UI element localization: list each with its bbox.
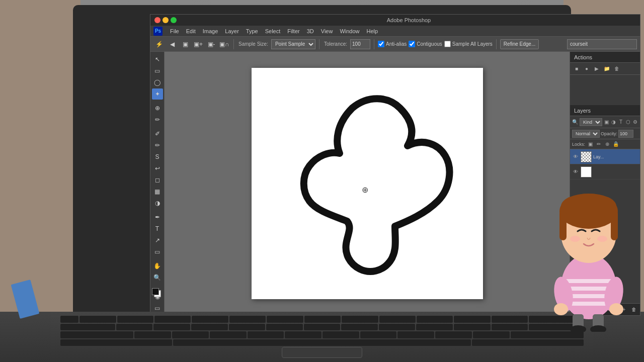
pixel-filter-icon[interactable]: ▣ bbox=[604, 118, 609, 127]
key bbox=[397, 331, 434, 338]
menu-file[interactable]: File bbox=[167, 27, 183, 35]
play-icon[interactable]: ▶ bbox=[592, 64, 601, 73]
title-bar: Adobe Photoshop bbox=[150, 15, 640, 26]
type-filter-icon[interactable]: T bbox=[618, 118, 623, 127]
menu-layer[interactable]: Layer bbox=[221, 27, 243, 35]
layer-item[interactable]: 👁 bbox=[570, 164, 640, 179]
close-button[interactable] bbox=[154, 17, 160, 23]
history-brush-tool[interactable]: ↩ bbox=[152, 163, 163, 174]
key bbox=[172, 331, 209, 338]
trackpad[interactable] bbox=[282, 347, 362, 358]
kind-select[interactable]: Kind bbox=[580, 118, 602, 126]
actions-panel-header: Actions bbox=[570, 52, 640, 63]
tolerance-input[interactable] bbox=[350, 39, 370, 49]
menu-image[interactable]: Image bbox=[199, 27, 222, 35]
intersect-selection-icon[interactable]: ▣∩ bbox=[219, 39, 230, 50]
new-action-icon[interactable]: 📁 bbox=[602, 64, 611, 73]
tools-panel: ↖ ▭ ◯ ✦ ⊕ ✏ ✐ ✏ S ↩ ◻ ▦ ◑ ✒ T ↗ ▭ bbox=[150, 52, 165, 315]
lock-move-icon[interactable]: ⊕ bbox=[604, 141, 611, 148]
maximize-button[interactable] bbox=[171, 17, 177, 23]
key bbox=[416, 324, 453, 331]
adjustment-filter-icon[interactable]: ◑ bbox=[611, 118, 616, 127]
key bbox=[529, 316, 584, 323]
marquee-tool[interactable]: ▭ bbox=[152, 65, 163, 76]
menu-type[interactable]: Type bbox=[243, 27, 262, 35]
contiguous-checkbox[interactable] bbox=[409, 41, 415, 47]
delete-action-icon[interactable]: 🗑 bbox=[612, 64, 621, 73]
separator-4 bbox=[496, 39, 497, 49]
delete-layer-icon[interactable]: 🗑 bbox=[629, 305, 638, 314]
add-selection-icon[interactable]: ▣+ bbox=[193, 39, 204, 50]
lock-pixels-icon[interactable]: ▣ bbox=[587, 141, 594, 148]
key bbox=[417, 316, 453, 323]
opacity-input[interactable] bbox=[618, 130, 633, 138]
hand-tool[interactable]: ✋ bbox=[152, 260, 163, 272]
svg-text:⊕: ⊕ bbox=[361, 186, 368, 194]
new-group-icon[interactable]: 📁 bbox=[610, 305, 619, 314]
tolerance-label: Tolerance: bbox=[324, 41, 347, 47]
stop-icon[interactable]: ■ bbox=[572, 64, 581, 73]
refine-edge-button[interactable]: Refine Edge... bbox=[500, 39, 539, 49]
foreground-color-swatch[interactable] bbox=[152, 288, 159, 295]
type-tool[interactable]: T bbox=[152, 223, 163, 234]
brush-tool[interactable]: ✏ bbox=[152, 140, 163, 151]
eyedropper-tool[interactable]: ✏ bbox=[152, 114, 163, 125]
crop-tool[interactable]: ⊕ bbox=[152, 103, 163, 114]
magic-wand-icon[interactable]: ⚡ bbox=[153, 39, 165, 50]
menu-edit[interactable]: Edit bbox=[183, 27, 199, 35]
dodge-tool[interactable]: ◑ bbox=[152, 198, 163, 209]
menu-bar: Ps File Edit Image Layer Type Select Fil… bbox=[150, 26, 640, 37]
minimize-button[interactable] bbox=[163, 17, 169, 23]
menu-filter[interactable]: Filter bbox=[284, 27, 303, 35]
anti-alias-label: Anti-alias bbox=[386, 41, 407, 47]
key bbox=[60, 324, 115, 331]
key-row-4 bbox=[60, 339, 584, 346]
keyboard-keys bbox=[60, 316, 584, 346]
record-icon[interactable]: ● bbox=[582, 64, 591, 73]
key bbox=[60, 331, 133, 338]
locks-label: Locks: bbox=[572, 142, 585, 147]
shape-filter-icon[interactable]: ⬡ bbox=[625, 118, 631, 127]
layers-search-bar: 🔍 Kind ▣ ◑ T ⬡ ⚙ bbox=[570, 116, 640, 128]
menu-3d[interactable]: 3D bbox=[303, 27, 317, 35]
gradient-tool[interactable]: ▦ bbox=[152, 186, 163, 197]
new-selection-icon[interactable]: ▣ bbox=[180, 39, 191, 50]
new-adjustment-icon[interactable]: ◑ bbox=[601, 305, 609, 314]
sample-all-layers-checkbox[interactable] bbox=[444, 41, 451, 47]
anti-alias-checkbox[interactable] bbox=[378, 41, 384, 47]
zoom-tool[interactable]: 🔍 bbox=[152, 272, 163, 283]
lasso-tool[interactable]: ◯ bbox=[152, 77, 163, 88]
lock-position-icon[interactable]: ✏ bbox=[595, 141, 602, 148]
clone-stamp-tool[interactable]: S bbox=[152, 151, 163, 162]
menu-select[interactable]: Select bbox=[262, 27, 284, 35]
sample-size-select[interactable]: Point Sample bbox=[271, 39, 315, 49]
menu-window[interactable]: Window bbox=[336, 27, 363, 35]
menu-view[interactable]: View bbox=[317, 27, 337, 35]
new-layer-icon[interactable]: + bbox=[620, 305, 628, 314]
layer-visibility-icon[interactable]: 👁 bbox=[572, 153, 579, 160]
key bbox=[266, 324, 303, 331]
workspace-input[interactable] bbox=[567, 39, 637, 49]
layer-thumbnail bbox=[581, 166, 592, 177]
layer-visibility-icon[interactable]: 👁 bbox=[572, 168, 579, 175]
path-selection-tool[interactable]: ↗ bbox=[152, 235, 163, 246]
lock-all-icon[interactable]: 🔒 bbox=[612, 141, 619, 148]
layer-item[interactable]: 👁 Lay... bbox=[570, 149, 640, 164]
magic-wand-tool[interactable]: ✦ bbox=[152, 88, 163, 100]
move-tool[interactable]: ↖ bbox=[152, 54, 163, 65]
arrow-left-icon[interactable]: ◀ bbox=[167, 39, 178, 50]
pen-tool[interactable]: ✒ bbox=[152, 212, 163, 223]
healing-brush-tool[interactable]: ✐ bbox=[152, 128, 163, 139]
eraser-tool[interactable]: ◻ bbox=[152, 174, 163, 186]
key bbox=[435, 331, 472, 338]
key bbox=[454, 324, 491, 331]
shape-tool[interactable]: ▭ bbox=[152, 246, 163, 257]
menu-help[interactable]: Help bbox=[363, 27, 382, 35]
opacity-label: Opacity: bbox=[601, 131, 617, 136]
smart-filter-icon[interactable]: ⚙ bbox=[632, 118, 638, 127]
key bbox=[511, 331, 584, 338]
key-row-3 bbox=[60, 331, 584, 338]
key bbox=[304, 324, 341, 331]
subtract-selection-icon[interactable]: ▣- bbox=[206, 39, 217, 50]
blend-mode-select[interactable]: Normal bbox=[572, 130, 600, 138]
